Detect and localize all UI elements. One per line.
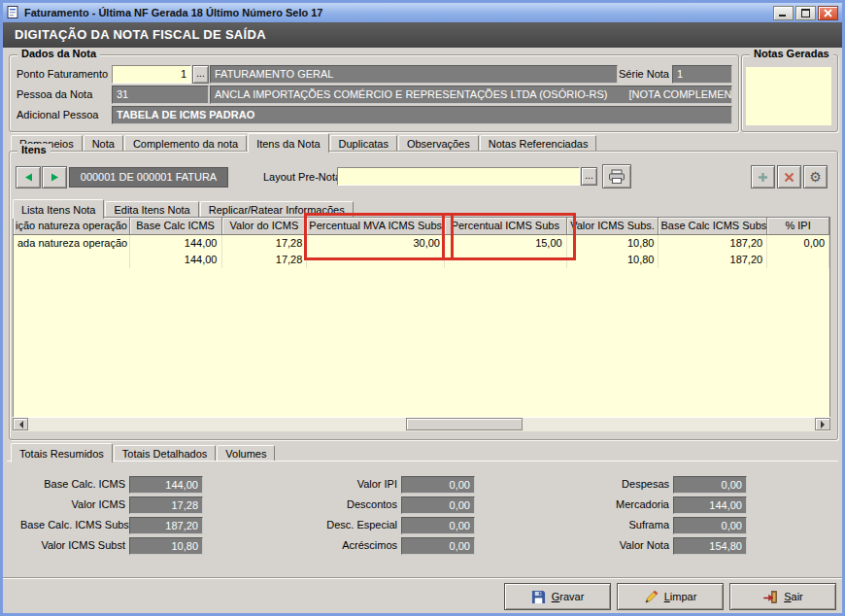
close-icon (824, 9, 832, 17)
notas-geradas-list[interactable] (746, 67, 831, 125)
bottom-action-bar: Gravar Limpar Sair (3, 577, 842, 614)
valor-ipi-label: Valor IPI (290, 476, 397, 493)
exit-door-icon (762, 590, 778, 604)
scroll-right-arrow-icon (821, 421, 828, 428)
grid-cell: 17,28 (222, 252, 308, 268)
tab-notas-referenciadas[interactable]: Notas Referenciadas (480, 135, 597, 152)
next-record-button[interactable] (42, 166, 67, 188)
mercadoria-label: Mercadoria (562, 496, 669, 513)
x-icon (784, 172, 794, 183)
highlight-box-percentual-mva (304, 213, 454, 260)
ponto-faturamento-browse-button[interactable]: ... (192, 65, 209, 84)
minimize-button[interactable] (773, 6, 794, 20)
tab-totais-detalhados[interactable]: Totais Detalhados (114, 445, 216, 462)
tab-edita-itens-nota[interactable]: Edita Itens Nota (105, 201, 198, 218)
add-item-button[interactable] (751, 165, 775, 188)
maximize-button[interactable] (795, 6, 816, 20)
column-header-natureza-operacao[interactable]: ição natureza operação ICMS (14, 218, 130, 235)
tab-observacoes[interactable]: Observações (398, 135, 479, 152)
scroll-left-button[interactable] (13, 418, 28, 430)
suframa-label: Suframa (562, 517, 669, 533)
arrow-right-icon (50, 172, 60, 183)
valor-icms-subst-value: 10,80 (129, 537, 203, 555)
column-header-valor-do-icms[interactable]: Valor do ICMS (222, 218, 308, 235)
close-button[interactable] (818, 6, 838, 20)
window-title: Faturamento - Última NF Gerada 18 Último… (24, 7, 771, 18)
dados-da-nota-legend: Dados da Nota (17, 48, 100, 59)
save-button-label: Gravar (552, 591, 585, 602)
clear-button[interactable]: Limpar (617, 583, 724, 610)
printer-icon (608, 169, 625, 185)
delete-item-button[interactable] (777, 165, 801, 188)
exit-button[interactable]: Sair (729, 583, 836, 610)
valor-ipi-value: 0,00 (401, 476, 475, 494)
column-header-ipi[interactable]: % IPI (767, 218, 829, 235)
tab-volumes[interactable]: Volumes (217, 445, 275, 462)
ponto-faturamento-label: Ponto Faturamento (17, 66, 108, 83)
print-button[interactable] (602, 164, 631, 188)
horizontal-scrollbar[interactable] (13, 417, 830, 431)
highlight-box-percentual-icms-subs (442, 213, 576, 260)
tab-totais-resumidos[interactable]: Totais Resumidos (11, 443, 113, 462)
grid-cell: 144,00 (130, 235, 222, 252)
tab-complemento-da-nota[interactable]: Complemento da nota (124, 135, 247, 152)
gear-icon: ⚙ (809, 169, 822, 185)
record-indicator: 000001 DE 000001 FATURA (69, 167, 228, 188)
descontos-label: Descontos (290, 496, 397, 513)
tab-lista-itens-nota[interactable]: Lista Itens Nota (13, 199, 104, 219)
column-header-base-calc-icms[interactable]: Base Calc ICMS (130, 218, 222, 235)
base-calc-icms-value: 144,00 (129, 476, 203, 494)
arrow-left-icon (23, 172, 34, 183)
acrescimos-label: Acréscimos (290, 537, 397, 554)
clear-button-label: Limpar (664, 591, 697, 602)
tab-nota[interactable]: Nota (84, 135, 123, 152)
desc-especial-value: 0,00 (401, 517, 475, 534)
scrollbar-thumb[interactable] (406, 418, 523, 430)
desc-especial-label: Desc. Especial (290, 517, 397, 533)
settings-button[interactable]: ⚙ (803, 165, 828, 188)
tab-duplicatas[interactable]: Duplicatas (330, 135, 397, 152)
totais-tab-bar: Totais Resumidos Totais Detalhados Volum… (11, 442, 276, 462)
grid-cell: 10,80 (567, 252, 659, 268)
valor-icms-subst-label: Valor ICMS Subst (20, 537, 125, 554)
valor-nota-label: Valor Nota (562, 537, 669, 554)
layout-pre-nota-input[interactable] (337, 167, 580, 186)
mercadoria-value: 144,00 (673, 496, 747, 514)
base-calc-icms-subst-value: 187,20 (129, 517, 203, 534)
serie-nota-value: 1 (672, 65, 732, 84)
title-bar: Faturamento - Última NF Gerada 18 Último… (3, 3, 842, 22)
suframa-value: 0,00 (673, 517, 747, 534)
valor-icms-value: 17,28 (129, 496, 203, 514)
pessoa-nome: ANCLA IMPORTAÇÕES COMÉRCIO E REPRESENTAÇ… (215, 86, 607, 103)
base-calc-icms-label: Base Calc. ICMS (20, 476, 125, 493)
eraser-pencil-icon (644, 590, 659, 604)
itens-legend: Itens (17, 144, 51, 155)
adicional-pessoa-label: Adicional Pessoa (17, 107, 98, 123)
ponto-faturamento-input[interactable]: 1 (112, 65, 191, 84)
save-icon (531, 590, 546, 604)
grid-cell: 17,28 (222, 235, 308, 252)
column-header-base-calc-icms-subs[interactable]: Base Calc ICMS Subs. (659, 218, 767, 235)
tab-itens-da-nota[interactable]: Itens da Nota (248, 133, 328, 153)
page-title: DIGITAÇÃO DA NOTA FISCAL DE SAÍDA (3, 22, 842, 48)
exit-button-label: Sair (784, 591, 803, 602)
valor-icms-label: Valor ICMS (20, 496, 125, 513)
grid-cell (767, 252, 829, 268)
layout-pre-nota-browse-button[interactable]: ... (581, 167, 597, 186)
adicional-pessoa-value: TABELA DE ICMS PADRAO (112, 106, 732, 124)
scroll-right-button[interactable] (815, 418, 830, 430)
acrescimos-value: 0,00 (401, 537, 475, 555)
previous-record-button[interactable] (16, 166, 41, 188)
main-tab-bar: Romaneios Nota Complemento da nota Itens… (11, 132, 597, 152)
minimize-icon (779, 9, 788, 17)
pessoa-da-nota-description: ANCLA IMPORTAÇÕES COMÉRCIO E REPRESENTAÇ… (210, 86, 732, 104)
serie-nota-label: Série Nota (615, 66, 669, 83)
pessoa-da-nota-label: Pessoa da Nota (17, 86, 92, 103)
save-button[interactable]: Gravar (504, 583, 611, 610)
column-header-valor-icms-subs[interactable]: Valor ICMS Subs. (567, 218, 659, 235)
nota-complementar-flag: [NOTA COMPLEMENTAR] (628, 86, 732, 103)
grid-cell: ada natureza operação (14, 235, 130, 252)
grid-cell: 0,00 (767, 235, 829, 252)
grid-cell (14, 252, 130, 268)
itens-tab-bar: Lista Itens Nota Edita Itens Nota Replic… (13, 198, 355, 218)
